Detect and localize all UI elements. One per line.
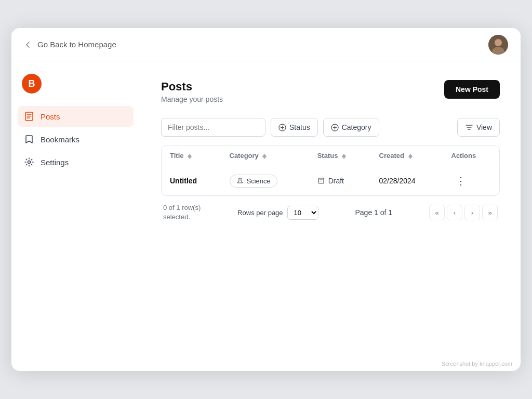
bookmarks-icon (24, 134, 34, 144)
logo-badge: B (22, 74, 42, 94)
rows-per-page-select[interactable]: 10 20 50 100 (287, 206, 318, 220)
content-header: Posts Manage your posts New Post (161, 80, 500, 103)
screenshot-credit: Screenshot by knapper.com (11, 356, 521, 371)
next-page-button[interactable]: › (464, 205, 480, 220)
settings-icon (24, 157, 34, 167)
filters-row: Status Category View (161, 118, 500, 137)
cell-title: Untitled (162, 166, 221, 196)
rows-per-page-label: Rows per page (237, 209, 283, 217)
rows-selected-label: 0 of 1 row(s) selected. (163, 203, 201, 222)
sidebar-item-settings[interactable]: Settings (18, 152, 134, 172)
table-header-row: Title Category (162, 145, 499, 166)
svg-point-1 (495, 39, 502, 46)
back-label: Go Back to Homepage (37, 40, 116, 49)
sidebar: B Posts Bookmarks (11, 61, 140, 356)
category-filter-button[interactable]: Category (323, 118, 379, 137)
category-filter-label: Category (342, 123, 371, 131)
col-created[interactable]: Created (371, 145, 443, 166)
content-area: Posts Manage your posts New Post Status (140, 61, 521, 356)
sidebar-settings-label: Settings (41, 158, 69, 167)
col-title[interactable]: Title (162, 145, 221, 166)
science-icon (236, 177, 244, 184)
page-title: Posts (161, 80, 223, 94)
status-cell: Draft (317, 177, 363, 185)
filter-input[interactable] (161, 118, 265, 137)
avatar[interactable] (488, 35, 508, 55)
sidebar-item-bookmarks[interactable]: Bookmarks (18, 129, 134, 150)
svg-point-4 (28, 161, 31, 164)
status-filter-button[interactable]: Status (271, 118, 318, 137)
sidebar-bookmarks-label: Bookmarks (41, 135, 79, 144)
view-label: View (476, 123, 492, 131)
row-actions-button[interactable]: ⋮ (451, 174, 470, 188)
sidebar-posts-label: Posts (41, 112, 60, 121)
first-page-button[interactable]: « (429, 205, 445, 220)
posts-table: Title Category (161, 145, 500, 196)
logo-area: B (18, 74, 134, 104)
back-button[interactable]: Go Back to Homepage (24, 40, 116, 49)
new-post-button[interactable]: New Post (444, 80, 500, 99)
category-badge: Science (230, 175, 277, 188)
col-category[interactable]: Category (221, 145, 309, 166)
page-info: Page 1 of 1 (355, 208, 392, 217)
col-status[interactable]: Status (309, 145, 371, 166)
col-actions: Actions (443, 145, 500, 166)
draft-icon (317, 177, 325, 184)
plus-circle-icon (278, 124, 286, 131)
pagination-row: 0 of 1 row(s) selected. Rows per page 10… (161, 196, 500, 222)
app-window: Go Back to Homepage B (11, 28, 521, 371)
arrow-left-icon (24, 41, 32, 49)
cell-status: Draft (309, 166, 371, 196)
table-row: Untitled Science (162, 166, 499, 196)
last-page-button[interactable]: » (482, 205, 498, 220)
page-navigation: « ‹ › » (429, 205, 498, 220)
main-layout: B Posts Bookmarks (11, 61, 521, 356)
cell-actions: ⋮ (443, 166, 500, 196)
sidebar-item-posts[interactable]: Posts (18, 106, 134, 127)
cell-created: 02/28/2024 (371, 166, 443, 196)
view-button[interactable]: View (457, 118, 500, 137)
view-icon (465, 123, 473, 131)
header: Go Back to Homepage (11, 28, 521, 61)
posts-icon (24, 111, 34, 122)
status-filter-label: Status (289, 123, 310, 131)
title-group: Posts Manage your posts (161, 80, 223, 103)
cell-category: Science (221, 166, 309, 196)
prev-page-button[interactable]: ‹ (447, 205, 462, 220)
rows-per-page-group: Rows per page 10 20 50 100 (237, 206, 318, 220)
page-subtitle: Manage your posts (161, 95, 223, 103)
plus-circle-icon-2 (331, 124, 339, 131)
